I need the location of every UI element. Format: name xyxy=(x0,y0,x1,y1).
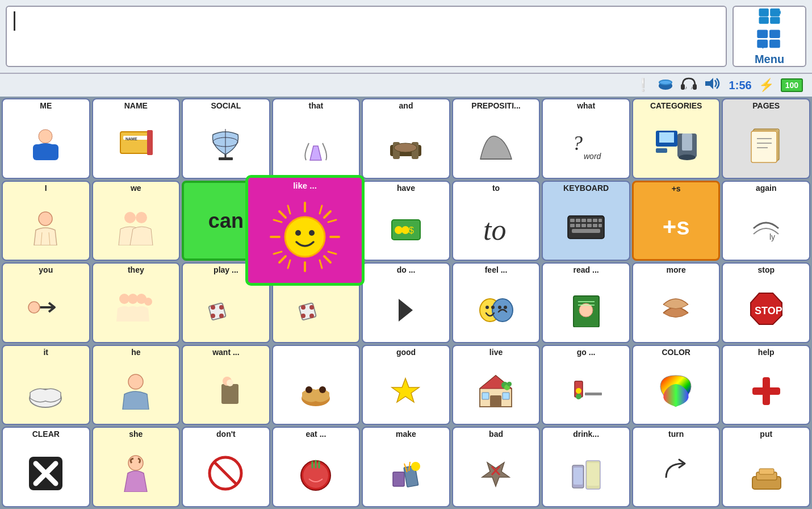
svg-text:NAME: NAME xyxy=(125,137,137,141)
svg-rect-126 xyxy=(752,387,780,395)
cell-img-help xyxy=(748,360,785,423)
svg-point-108 xyxy=(227,379,233,386)
cell-categories[interactable]: CATEGORIES xyxy=(632,98,721,179)
cell-he[interactable]: he xyxy=(92,345,181,425)
cell-have[interactable]: have$ xyxy=(362,181,450,261)
cell-img-eat xyxy=(298,441,334,505)
svg-line-161 xyxy=(320,260,322,268)
cell-we[interactable]: we xyxy=(92,181,181,261)
cell-prepositions[interactable]: PREPOSITI... xyxy=(452,98,541,179)
cell-live[interactable]: live xyxy=(452,345,541,425)
cell-feel[interactable]: feel ... xyxy=(452,262,541,343)
cell-she[interactable]: she xyxy=(92,427,181,507)
text-input-area[interactable] xyxy=(6,6,727,67)
cell-eat[interactable]: eat ... xyxy=(272,427,361,507)
svg-point-119 xyxy=(507,382,512,386)
cell-name[interactable]: NAMENAME xyxy=(92,98,181,179)
cell-what[interactable]: what?word xyxy=(542,98,630,179)
svg-rect-40 xyxy=(659,132,674,143)
cell-again[interactable]: againly xyxy=(722,181,810,261)
cell-read[interactable]: read ... xyxy=(542,262,630,343)
cell-img-name: NAME xyxy=(118,113,154,177)
svg-rect-65 xyxy=(581,219,586,222)
cell-label-they: they xyxy=(128,266,144,276)
svg-line-155 xyxy=(320,206,322,214)
cell-go[interactable]: go ... xyxy=(542,345,630,425)
cell-plus_s[interactable]: +s+s xyxy=(632,181,721,261)
svg-rect-139 xyxy=(574,468,583,485)
svg-rect-47 xyxy=(751,131,777,162)
cell-to[interactable]: toto xyxy=(452,181,541,261)
cell-label-put: put xyxy=(760,430,772,440)
cell-clear[interactable]: CLEAR xyxy=(2,427,90,507)
svg-marker-18 xyxy=(705,78,713,89)
cell-and[interactable]: and xyxy=(362,98,450,179)
svg-point-53 xyxy=(136,212,147,223)
svg-point-105 xyxy=(128,374,143,389)
svg-rect-69 xyxy=(570,224,575,227)
cell-label-help: help xyxy=(758,348,775,358)
cell-img-want xyxy=(207,360,244,423)
svg-rect-3 xyxy=(771,17,780,24)
cell-more[interactable]: more xyxy=(632,262,721,343)
cell-want2[interactable] xyxy=(272,345,361,425)
cell-pages[interactable]: PAGES xyxy=(722,98,810,179)
cell-social[interactable]: SOCIAL xyxy=(182,98,270,179)
cell-i[interactable]: I xyxy=(2,181,90,261)
svg-rect-114 xyxy=(490,395,501,407)
svg-rect-133 xyxy=(393,472,404,486)
cell-that[interactable]: that xyxy=(272,98,361,179)
cell-make[interactable]: make xyxy=(362,427,450,507)
svg-point-59 xyxy=(401,226,409,234)
svg-text:word: word xyxy=(584,152,602,161)
cell-do[interactable]: do ... xyxy=(362,262,450,343)
svg-point-97 xyxy=(504,306,507,309)
svg-rect-71 xyxy=(581,224,586,227)
svg-rect-6 xyxy=(757,30,768,37)
cell-good[interactable]: good xyxy=(362,345,450,425)
cell-img-they xyxy=(116,277,156,341)
cell-me[interactable]: ME xyxy=(2,98,90,179)
cell-want[interactable]: want ... xyxy=(182,345,270,425)
battery-plug-icon: ⚡ xyxy=(759,78,774,93)
cell-put[interactable]: put xyxy=(722,427,810,507)
svg-rect-124 xyxy=(585,393,602,395)
cell-color[interactable]: COLOR xyxy=(632,345,721,425)
cell-img-you xyxy=(27,277,64,341)
cell-img-to: to xyxy=(478,195,514,259)
menu-button[interactable]: Menu xyxy=(733,6,806,67)
cell-img-make xyxy=(387,441,424,505)
svg-rect-27 xyxy=(219,157,233,160)
cell-keyboard[interactable]: KEYBOARD xyxy=(542,181,630,261)
cell-turn[interactable]: turn xyxy=(632,427,721,507)
cell-img-play xyxy=(207,277,244,341)
svg-point-85 xyxy=(211,314,215,318)
cell-label-what: what xyxy=(577,102,595,112)
cell-they[interactable]: they xyxy=(92,262,181,343)
svg-point-51 xyxy=(39,212,52,226)
cell-help[interactable]: help xyxy=(722,345,810,425)
popup-like[interactable]: like ... xyxy=(245,175,365,286)
cell-dont[interactable]: don't xyxy=(182,427,270,507)
cell-img-do xyxy=(387,277,424,341)
cell-img-prepositions xyxy=(478,113,514,177)
svg-line-154 xyxy=(288,206,290,214)
svg-rect-68 xyxy=(598,219,602,222)
cell-img-plus_s: +s xyxy=(663,196,690,258)
svg-point-42 xyxy=(679,155,696,160)
svg-text:♪: ♪ xyxy=(685,85,687,90)
svg-point-84 xyxy=(219,305,224,310)
symbol-grid: MENAMENAMESOCIALthatandPREPOSITI...what?… xyxy=(0,97,812,509)
cell-stop[interactable]: stopSTOP xyxy=(722,262,810,343)
cell-drink[interactable]: drink... xyxy=(542,427,630,507)
cell-label-prepositions: PREPOSITI... xyxy=(471,102,520,112)
svg-rect-141 xyxy=(587,463,599,486)
cell-it[interactable]: it xyxy=(2,345,90,425)
cell-label-want: want ... xyxy=(212,348,239,358)
cell-img-me xyxy=(27,113,64,177)
svg-point-81 xyxy=(144,298,152,306)
cell-bad[interactable]: bad xyxy=(452,427,541,507)
cell-label-pages: PAGES xyxy=(752,102,780,112)
cell-you[interactable]: you xyxy=(2,262,90,343)
svg-rect-82 xyxy=(209,303,227,321)
